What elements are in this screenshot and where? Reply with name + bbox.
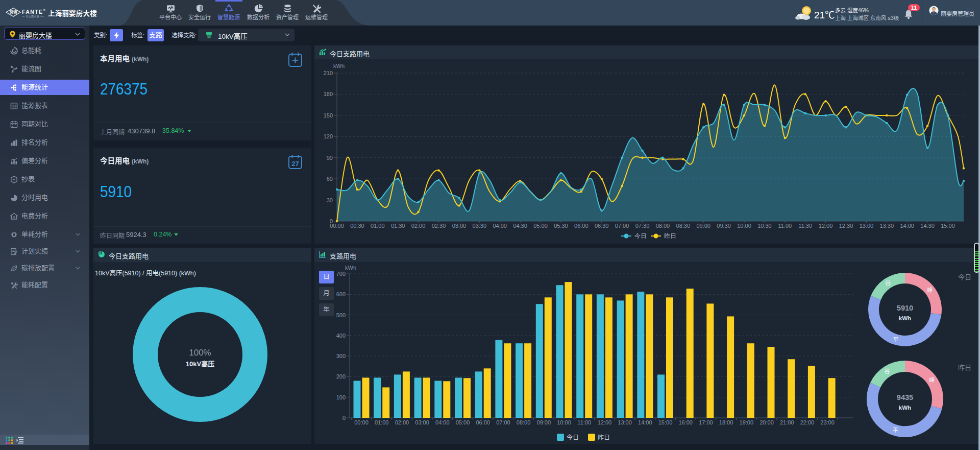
svg-text:07:00: 07:00 [496, 419, 510, 425]
svg-text:21:00: 21:00 [780, 419, 794, 425]
svg-text:昨日: 昨日 [958, 364, 971, 371]
svg-text:90: 90 [327, 155, 333, 161]
svg-text:05:00: 05:00 [456, 419, 470, 425]
svg-text:谷: 谷 [884, 368, 890, 374]
svg-text:04:00: 04:00 [435, 419, 450, 425]
svg-text:180: 180 [324, 91, 333, 97]
svg-text:昨日: 昨日 [598, 434, 610, 441]
svg-text:13:00: 13:00 [860, 223, 874, 229]
svg-text:150: 150 [324, 112, 333, 119]
svg-text:12:00: 12:00 [819, 223, 833, 229]
svg-text:5910: 5910 [897, 304, 913, 312]
svg-text:02:30: 02:30 [432, 223, 446, 229]
svg-text:18:00: 18:00 [719, 419, 733, 425]
svg-text:14:30: 14:30 [920, 223, 935, 229]
svg-text:01:00: 01:00 [371, 223, 385, 229]
svg-text:10:30: 10:30 [757, 223, 772, 229]
svg-text:kWh: kWh [899, 405, 911, 411]
svg-text:今日: 今日 [567, 434, 579, 441]
svg-text:kWh: kWh [899, 315, 911, 321]
svg-text:300: 300 [336, 353, 346, 359]
svg-text:07:30: 07:30 [635, 223, 650, 229]
svg-text:08:30: 08:30 [676, 223, 691, 229]
svg-text:09:00: 09:00 [537, 419, 551, 425]
svg-text:400: 400 [336, 333, 346, 339]
svg-text:03:30: 03:30 [473, 223, 487, 229]
svg-text:峰: 峰 [927, 287, 933, 293]
svg-text:120: 120 [324, 133, 333, 139]
svg-text:02:00: 02:00 [411, 223, 426, 229]
svg-text:17:00: 17:00 [699, 419, 713, 425]
svg-text:01:00: 01:00 [375, 419, 389, 425]
svg-text:15:00: 15:00 [658, 419, 673, 425]
svg-text:00:00: 00:00 [354, 419, 369, 425]
svg-text:200: 200 [336, 373, 346, 380]
svg-text:03:00: 03:00 [415, 419, 429, 425]
svg-text:27: 27 [291, 160, 299, 168]
svg-text:10:00: 10:00 [737, 223, 751, 229]
svg-text:kWh: kWh [333, 63, 345, 69]
svg-text:03:00: 03:00 [452, 223, 467, 229]
svg-text:500: 500 [336, 312, 346, 318]
svg-text:00:00: 00:00 [330, 223, 344, 229]
svg-text:平: 平 [893, 427, 899, 433]
svg-text:平: 平 [893, 337, 899, 343]
svg-text:100: 100 [336, 394, 346, 400]
svg-text:07:00: 07:00 [615, 223, 629, 229]
svg-text:10:00: 10:00 [557, 419, 571, 425]
svg-text:风特: 风特 [10, 10, 17, 15]
svg-text:11:00: 11:00 [577, 419, 591, 425]
svg-text:600: 600 [336, 291, 346, 297]
svg-text:10kV高压: 10kV高压 [186, 360, 214, 368]
svg-text:05:00: 05:00 [533, 223, 548, 229]
svg-text:700: 700 [336, 271, 346, 277]
svg-text:11:00: 11:00 [778, 223, 792, 229]
svg-text:00:30: 00:30 [350, 223, 364, 229]
svg-text:今日: 今日 [958, 273, 971, 281]
svg-text:01:30: 01:30 [391, 223, 405, 229]
svg-text:15:00: 15:00 [941, 223, 955, 229]
svg-text:30: 30 [327, 197, 333, 203]
svg-text:14:00: 14:00 [638, 419, 652, 425]
svg-text:19:00: 19:00 [740, 419, 754, 425]
svg-text:16:00: 16:00 [678, 419, 693, 425]
svg-text:60: 60 [327, 176, 333, 182]
svg-text:06:00: 06:00 [476, 419, 490, 425]
svg-text:08:00: 08:00 [517, 419, 531, 425]
svg-text:kWh: kWh [345, 265, 356, 271]
svg-text:0: 0 [342, 415, 346, 421]
svg-text:08:00: 08:00 [656, 223, 670, 229]
svg-text:04:30: 04:30 [513, 223, 527, 229]
svg-text:05:30: 05:30 [554, 223, 568, 229]
svg-text:06:30: 06:30 [595, 223, 609, 229]
svg-text:23:00: 23:00 [820, 419, 835, 425]
svg-text:02:00: 02:00 [395, 419, 409, 425]
svg-text:峰: 峰 [929, 377, 935, 383]
svg-text:100%: 100% [189, 348, 211, 358]
svg-text:9435: 9435 [897, 393, 913, 401]
svg-text:06:00: 06:00 [574, 223, 589, 229]
svg-text:210: 210 [324, 70, 333, 76]
svg-text:14:00: 14:00 [900, 223, 914, 229]
svg-text:11:30: 11:30 [798, 223, 812, 229]
svg-text:09:00: 09:00 [696, 223, 710, 229]
svg-text:20:00: 20:00 [760, 419, 774, 425]
svg-text:昨日: 昨日 [664, 232, 676, 240]
svg-text:04:00: 04:00 [493, 223, 507, 229]
svg-text:12:30: 12:30 [839, 223, 853, 229]
svg-text:09:30: 09:30 [717, 223, 731, 229]
svg-text:今日: 今日 [634, 232, 647, 240]
svg-text:13:00: 13:00 [618, 419, 632, 425]
svg-text:谷: 谷 [885, 280, 891, 286]
svg-text:12:00: 12:00 [598, 419, 612, 425]
svg-text:13:30: 13:30 [880, 223, 894, 229]
svg-text:22:00: 22:00 [800, 419, 815, 425]
